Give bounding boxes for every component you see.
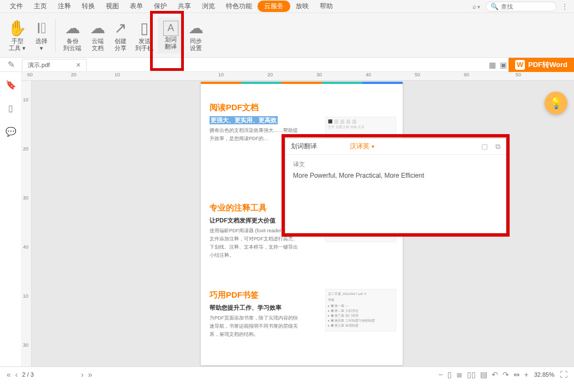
popup-title: 划词翻译: [291, 142, 317, 151]
search-input[interactable]: [501, 3, 550, 10]
translation-text: More Powerful, More Practical, More Effi…: [293, 172, 498, 179]
panel-icon[interactable]: ▣: [498, 61, 509, 69]
single-page-icon[interactable]: ▯: [445, 370, 454, 379]
ribbon: ✋手型工具 ▾ I⃞选择▾ ☁︎备份到云端 ☁︎云端文档 ↗创建分享 ▯发送到手…: [0, 13, 574, 58]
rotate-left-icon[interactable]: ↶: [489, 370, 500, 379]
continuous-facing-icon[interactable]: ▤: [478, 370, 489, 379]
fit-width-icon[interactable]: ⇔: [511, 370, 522, 379]
backup-cloud[interactable]: ☁︎备份到云端: [59, 18, 86, 53]
popup-chat-icon[interactable]: ▢: [481, 142, 488, 151]
zoom-plus-icon[interactable]: +: [522, 370, 531, 379]
tips-bulb-icon[interactable]: 💡: [545, 92, 567, 114]
select-icon: I⃞: [37, 19, 46, 38]
menu-view[interactable]: 视图: [100, 1, 124, 12]
search-icon: 🔍: [491, 3, 499, 10]
cloud-up-icon: ☁︎: [65, 19, 80, 38]
ruler-horizontal: 60201010203040506050: [22, 72, 574, 81]
zoom-level[interactable]: 32.85%: [534, 371, 554, 378]
translation-label: 译文: [293, 160, 498, 168]
select-tool[interactable]: I⃞选择▾: [31, 18, 52, 53]
section1-title: 阅读PDF文档: [210, 102, 394, 113]
menu-form[interactable]: 表单: [124, 1, 148, 12]
menubar: 文件 主页 注释 转换 视图 表单 保护 共享 浏览 特色功能 云服务 放映 帮…: [0, 0, 574, 13]
phone-icon: ▯: [140, 19, 148, 38]
last-page-icon[interactable]: »: [86, 370, 94, 379]
pencil-icon[interactable]: ✎: [0, 59, 22, 70]
word-icon: W: [515, 60, 525, 70]
menu-cloud[interactable]: 云服务: [258, 1, 290, 12]
cloud-icon: ☁︎: [90, 19, 105, 38]
facing-icon[interactable]: ▯▯: [465, 370, 478, 379]
prev-page-icon[interactable]: ‹: [13, 370, 20, 379]
menu-convert[interactable]: 转换: [76, 1, 100, 12]
clipboard-icon[interactable]: ▯: [8, 103, 13, 113]
continuous-icon[interactable]: ≣: [454, 370, 465, 379]
ruler-vertical: 102030401030: [22, 81, 32, 366]
main-area: 🔖 ▯ 💬 60201010203040506050 102030401030 …: [0, 72, 574, 366]
section3-body: 为PDF页面添加书签，除了实现内容的快速导航，书签还能指明不同书签的层级关系，展…: [210, 314, 302, 339]
share-icon: ↗: [114, 19, 127, 38]
document-tab[interactable]: 演示.pdf ✕: [22, 59, 87, 71]
menu-share[interactable]: 共享: [172, 1, 196, 12]
hand-icon: ✋: [8, 19, 27, 38]
cloud-gear-icon: ☁︎: [188, 19, 204, 38]
menu-protect[interactable]: 保护: [148, 1, 172, 12]
first-page-icon[interactable]: «: [4, 370, 13, 379]
tabbar: ✎ 演示.pdf ✕ ▦ ▣ W PDF转Word: [0, 58, 574, 72]
section1-subtitle: 更强大、更实用、更高效: [210, 116, 278, 124]
rotate-right-icon[interactable]: ↷: [500, 370, 511, 379]
zoom-out-icon[interactable]: −: [436, 370, 445, 379]
menu-file[interactable]: 文件: [4, 1, 28, 12]
canvas[interactable]: 阅读PDF文档 更强大、更实用、更高效 拥有出色的文档渲染效果强大……帮助提升效…: [32, 81, 574, 366]
translation-popup: 划词翻译 汉译英▾ ▢ ⧉ 译文 More Powerful, More Pra…: [285, 138, 506, 233]
close-tab-icon[interactable]: ✕: [76, 62, 81, 69]
search-box[interactable]: 🔍: [486, 2, 557, 11]
menu-extra-icon[interactable]: ⌕▾: [467, 2, 486, 11]
sidebar: 🔖 ▯ 💬: [0, 72, 22, 366]
menu-play[interactable]: 放映: [290, 1, 314, 12]
chevron-down-icon: ▾: [372, 143, 374, 149]
menu-annotate[interactable]: 注释: [52, 1, 76, 12]
language-select[interactable]: 汉译英▾: [350, 142, 374, 151]
send-phone[interactable]: ▯发送到手机: [131, 18, 158, 53]
comment-icon[interactable]: 💬: [5, 126, 16, 137]
tab-label: 演示.pdf: [28, 61, 50, 69]
create-share[interactable]: ↗创建分享: [110, 18, 131, 53]
more-icon[interactable]: ⋮: [561, 2, 570, 11]
grid-icon[interactable]: ▦: [487, 61, 498, 69]
menu-browse[interactable]: 浏览: [196, 1, 220, 12]
fullscreen-icon[interactable]: ⛶: [558, 370, 570, 379]
hand-tool[interactable]: ✋手型工具 ▾: [3, 18, 31, 53]
page-number-input[interactable]: [22, 371, 76, 378]
word-translate[interactable]: A划词翻译: [158, 17, 184, 53]
section3-thumb: 员工手册_20120917.pdf ✕ 书签 ▸ ▣ 第一章 — ▸ ▣ 第二章…: [325, 289, 396, 331]
translate-icon: A: [163, 21, 178, 36]
menu-home[interactable]: 主页: [28, 1, 52, 12]
statusbar: « ‹ › » − ▯ ≣ ▯▯ ▤ ↶ ↷ ⇔ + 32.85% ⛶: [0, 366, 574, 382]
bookmark-icon[interactable]: 🔖: [5, 80, 16, 90]
menu-features[interactable]: 特色功能: [220, 1, 258, 12]
pdf-to-word-button[interactable]: W PDF转Word: [509, 58, 574, 72]
sync-settings[interactable]: ☁︎同步设置: [184, 18, 208, 53]
next-page-icon[interactable]: ›: [79, 370, 86, 379]
menu-help[interactable]: 帮助: [314, 1, 338, 12]
popup-copy-icon[interactable]: ⧉: [495, 142, 500, 151]
cloud-docs[interactable]: ☁︎云端文档: [86, 18, 110, 53]
